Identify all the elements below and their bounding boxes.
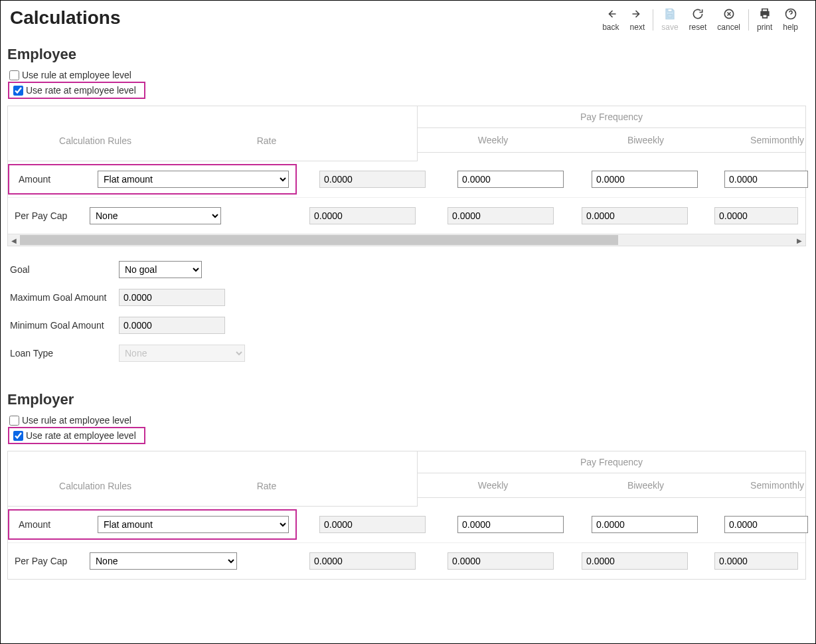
help-button[interactable]: help <box>783 7 798 31</box>
min-goal-label: Minimum Goal Amount <box>10 320 115 331</box>
cancel-button[interactable]: cancel <box>717 7 740 31</box>
next-button[interactable]: next <box>630 7 645 31</box>
employee-perpaycap-biweekly <box>582 207 688 224</box>
max-goal-label: Maximum Goal Amount <box>10 292 115 303</box>
loan-type-row: Loan Type None <box>10 339 806 367</box>
min-goal-row: Minimum Goal Amount <box>10 311 806 339</box>
highlight-employee-amount: Amount Flat amount <box>8 164 297 195</box>
save-icon <box>663 7 677 21</box>
employer-amount-rate <box>319 516 426 533</box>
scrollbar-thumb[interactable] <box>20 235 618 245</box>
employer-use-rule-checkbox[interactable] <box>9 416 19 426</box>
employee-perpaycap-semimonthly <box>714 207 798 224</box>
employee-use-rule-row[interactable]: Use rule at employee level <box>9 68 806 82</box>
reset-icon <box>691 7 704 21</box>
horizontal-scrollbar[interactable]: ◀ ▶ <box>8 234 805 246</box>
max-goal-row: Maximum Goal Amount <box>10 283 806 311</box>
employer-perpaycap-rate <box>309 552 416 570</box>
amount-label: Amount <box>19 519 82 530</box>
employer-amount-semimonthly[interactable] <box>724 516 808 533</box>
employee-amount-semimonthly[interactable] <box>724 171 808 188</box>
employer-perpaycap-row: Per Pay Cap None <box>8 543 805 579</box>
employee-amount-weekly[interactable] <box>457 171 564 188</box>
save-button: save <box>661 7 678 31</box>
scroll-right-icon[interactable]: ▶ <box>793 234 805 246</box>
perpaycap-label: Per Pay Cap <box>15 210 84 221</box>
scroll-left-icon[interactable]: ◀ <box>8 234 20 246</box>
col-header-rate: Rate <box>177 474 412 498</box>
reset-button[interactable]: reset <box>689 7 707 31</box>
goal-label: Goal <box>10 264 115 275</box>
employee-amount-rule-select[interactable]: Flat amount <box>98 171 289 188</box>
employee-perpaycap-rule-select[interactable]: None <box>90 207 221 224</box>
col-header-rate: Rate <box>177 129 412 153</box>
help-icon <box>784 7 797 21</box>
goal-row: Goal No goal <box>10 256 806 283</box>
goal-select[interactable]: No goal <box>119 261 202 278</box>
min-goal-input <box>119 317 225 334</box>
employer-use-rule-row[interactable]: Use rule at employee level <box>9 414 806 427</box>
employer-amount-rule-select[interactable]: Flat amount <box>98 516 289 533</box>
employee-use-rate-checkbox[interactable] <box>13 86 23 96</box>
employer-perpaycap-semimonthly <box>714 552 798 570</box>
arrow-right-icon <box>631 7 644 21</box>
toolbar: back next save reset cancel <box>594 7 806 31</box>
highlight-employer-amount: Amount Flat amount <box>8 509 297 540</box>
highlight-employer-use-rate: Use rate at employee level <box>8 427 145 444</box>
loan-type-label: Loan Type <box>10 348 115 359</box>
max-goal-input <box>119 289 225 306</box>
employer-section-title: Employer <box>7 391 806 408</box>
employer-use-rate-label: Use rate at employee level <box>26 430 136 441</box>
loan-type-select: None <box>119 345 245 362</box>
employer-perpaycap-rule-select[interactable]: None <box>90 552 237 570</box>
employer-use-rate-checkbox[interactable] <box>13 431 23 441</box>
employee-use-rate-row[interactable]: Use rate at employee level <box>13 85 136 96</box>
employer-perpaycap-biweekly <box>582 552 688 570</box>
col-header-biweekly: Biweekly <box>568 128 723 152</box>
employee-amount-rate <box>319 171 426 188</box>
employee-use-rate-label: Use rate at employee level <box>26 85 136 96</box>
col-header-semimonthly: Semimonthly <box>723 473 805 497</box>
employer-amount-weekly[interactable] <box>457 516 564 533</box>
col-header-pay-frequency: Pay Frequency <box>418 106 805 128</box>
page-title: Calculations <box>10 7 120 29</box>
employee-perpaycap-weekly <box>448 207 554 224</box>
col-header-pay-frequency: Pay Frequency <box>418 451 805 473</box>
back-button[interactable]: back <box>602 7 619 31</box>
print-button[interactable]: print <box>757 7 772 31</box>
employee-section-title: Employee <box>7 46 806 63</box>
employee-use-rule-label: Use rule at employee level <box>22 70 131 80</box>
highlight-employee-use-rate: Use rate at employee level <box>8 82 145 99</box>
employer-use-rate-row[interactable]: Use rate at employee level <box>13 430 136 441</box>
employee-use-rule-checkbox[interactable] <box>9 70 19 80</box>
col-header-weekly: Weekly <box>418 473 568 497</box>
employer-perpaycap-weekly <box>448 552 554 570</box>
employee-amount-row: Amount Flat amount <box>8 161 805 198</box>
col-header-semimonthly: Semimonthly <box>723 128 805 152</box>
employer-calc-grid: Calculation Rules Rate Pay Frequency Wee… <box>7 451 806 580</box>
col-header-biweekly: Biweekly <box>568 473 723 497</box>
col-header-weekly: Weekly <box>418 128 568 152</box>
employee-perpaycap-row: Per Pay Cap None <box>8 198 805 234</box>
print-icon <box>758 7 772 21</box>
employer-amount-row: Amount Flat amount <box>8 507 805 543</box>
employee-calc-grid: Calculation Rules Rate Pay Frequency Wee… <box>7 106 806 246</box>
perpaycap-label: Per Pay Cap <box>15 556 84 566</box>
col-header-calc-rules: Calculation Rules <box>13 474 177 498</box>
amount-label: Amount <box>19 174 82 185</box>
employee-amount-biweekly[interactable] <box>592 171 698 188</box>
arrow-left-icon <box>604 7 617 21</box>
col-header-calc-rules: Calculation Rules <box>13 129 177 153</box>
employer-amount-biweekly[interactable] <box>592 516 698 533</box>
employee-perpaycap-rate <box>309 207 416 224</box>
cancel-icon <box>722 7 736 21</box>
employer-use-rule-label: Use rule at employee level <box>22 415 131 426</box>
